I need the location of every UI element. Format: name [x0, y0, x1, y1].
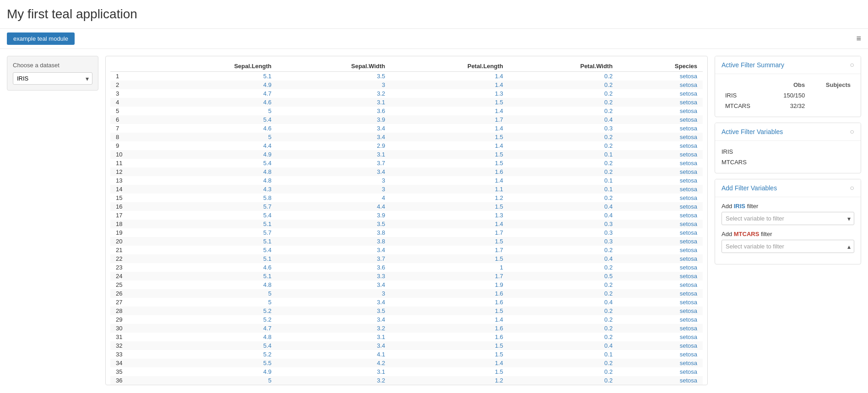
table-row: 254.83.41.90.2setosa: [110, 280, 703, 289]
left-panel: Choose a dataset IRIS MTCARS: [7, 56, 98, 385]
table-row: 74.63.41.40.3setosa: [110, 124, 703, 133]
table-row: 295.23.41.40.2setosa: [110, 315, 703, 324]
add-filter-variables-box: Add Filter Variables ○ Add IRIS filter S…: [715, 179, 861, 264]
iris-dataset-name: IRIS: [734, 203, 745, 210]
col-index: [110, 61, 155, 72]
col-petal-width: Petal.Width: [509, 61, 618, 72]
dataset-select-wrapper: IRIS MTCARS: [13, 72, 92, 85]
col-obs-header: Obs: [768, 80, 809, 90]
table-row: 325.43.41.50.4setosa: [110, 341, 703, 350]
filter-summary-row: MTCARS32/32: [722, 101, 854, 111]
active-filter-variables-body: IRIS MTCARS: [715, 141, 861, 173]
table-row: 215.43.41.70.2setosa: [110, 246, 703, 254]
active-filter-summary-collapse-icon[interactable]: ○: [850, 61, 854, 69]
table-body: 15.13.51.40.2setosa24.931.40.2setosa34.7…: [110, 72, 703, 386]
table-row: 15.13.51.40.2setosa: [110, 72, 703, 81]
table-row: 205.13.81.50.3setosa: [110, 237, 703, 246]
table-row: 124.83.41.60.2setosa: [110, 167, 703, 176]
mtcars-filter-select-wrapper: Select variable to filter: [722, 240, 854, 253]
active-filter-variables-header: Active Filter Variables ○: [715, 123, 861, 141]
active-filter-variables-collapse-icon[interactable]: ○: [850, 128, 854, 136]
iris-filter-select[interactable]: Select variable to filter: [722, 212, 854, 225]
table-row: 335.24.11.50.1setosa: [110, 350, 703, 359]
add-filter-variables-collapse-icon[interactable]: ○: [850, 184, 854, 192]
add-mtcars-filter-section: Add MTCARS filter Select variable to fil…: [722, 231, 854, 253]
table-row: 26531.60.2setosa: [110, 289, 703, 298]
table-row: 2753.41.60.4setosa: [110, 298, 703, 307]
nav-bar: example teal module ≡: [0, 28, 868, 49]
active-filter-summary-title: Active Filter Summary: [722, 61, 784, 69]
nav-tabs: example teal module: [7, 32, 75, 45]
app-title: My first teal application: [7, 7, 861, 22]
col-subjects-header: Subjects: [808, 80, 854, 90]
table-row: 245.13.31.70.5setosa: [110, 272, 703, 280]
data-table-panel: Sepal.Length Sepal.Width Petal.Length Pe…: [105, 56, 708, 385]
table-row: 175.43.91.30.4setosa: [110, 211, 703, 220]
iris-filter-select-wrapper: Select variable to filter: [722, 212, 854, 225]
table-row: 144.331.10.1setosa: [110, 185, 703, 194]
add-filter-variables-title: Add Filter Variables: [722, 184, 777, 192]
col-sepal-length: Sepal.Length: [155, 61, 277, 72]
choose-dataset-label: Choose a dataset: [13, 62, 92, 69]
dataset-select[interactable]: IRIS MTCARS: [13, 72, 92, 85]
add-filter-variables-header: Add Filter Variables ○: [715, 179, 861, 197]
table-row: 185.13.51.40.3setosa: [110, 220, 703, 228]
table-row: 314.83.11.60.2setosa: [110, 333, 703, 341]
mtcars-filter-select[interactable]: Select variable to filter: [722, 240, 854, 253]
table-row: 304.73.21.60.2setosa: [110, 324, 703, 333]
iris-data-table: Sepal.Length Sepal.Width Petal.Length Pe…: [110, 61, 703, 385]
col-species: Species: [618, 61, 703, 72]
active-filter-variables-title: Active Filter Variables: [722, 128, 783, 135]
table-row: 225.13.71.50.4setosa: [110, 254, 703, 263]
active-filter-summary-box: Active Filter Summary ○ Obs Subjects IRI…: [715, 56, 861, 117]
filter-var-iris: IRIS: [722, 146, 854, 157]
active-filter-variables-box: Active Filter Variables ○ IRIS MTCARS: [715, 123, 861, 173]
active-filter-summary-header: Active Filter Summary ○: [715, 56, 861, 74]
table-row: 65.43.91.70.4setosa: [110, 115, 703, 124]
table-row: 195.73.81.70.3setosa: [110, 228, 703, 237]
table-row: 375.53.51.30.2setosa: [110, 385, 703, 385]
table-row: 165.74.41.50.4setosa: [110, 202, 703, 211]
right-panel: Active Filter Summary ○ Obs Subjects IRI…: [715, 56, 861, 385]
add-iris-filter-section: Add IRIS filter Select variable to filte…: [722, 203, 854, 225]
table-row: 354.93.11.50.2setosa: [110, 367, 703, 376]
table-row: 34.73.21.30.2setosa: [110, 89, 703, 98]
table-row: 155.841.20.2setosa: [110, 194, 703, 202]
table-row: 3653.21.20.2setosa: [110, 376, 703, 385]
table-row: 285.23.51.50.2setosa: [110, 307, 703, 315]
filter-summary-rows: IRIS150/150MTCARS32/32: [722, 90, 854, 111]
add-mtcars-filter-label: Add MTCARS filter: [722, 231, 854, 237]
filter-summary-row: IRIS150/150: [722, 90, 854, 101]
table-header: Sepal.Length Sepal.Width Petal.Length Pe…: [110, 61, 703, 72]
table-row: 115.43.71.50.2setosa: [110, 159, 703, 167]
table-row: 853.41.50.2setosa: [110, 133, 703, 141]
example-teal-module-tab[interactable]: example teal module: [7, 32, 75, 45]
add-iris-filter-label: Add IRIS filter: [722, 203, 854, 210]
table-row: 345.54.21.40.2setosa: [110, 359, 703, 367]
table-row: 553.61.40.2setosa: [110, 107, 703, 115]
col-petal-length: Petal.Length: [391, 61, 509, 72]
main-layout: Choose a dataset IRIS MTCARS Sepal.Lengt…: [0, 49, 868, 392]
add-filter-variables-body: Add IRIS filter Select variable to filte…: [715, 197, 861, 264]
hamburger-menu-icon[interactable]: ≡: [856, 34, 861, 43]
active-filter-summary-body: Obs Subjects IRIS150/150MTCARS32/32: [715, 74, 861, 117]
mtcars-dataset-name: MTCARS: [734, 231, 760, 237]
table-row: 24.931.40.2setosa: [110, 81, 703, 89]
filter-var-mtcars: MTCARS: [722, 157, 854, 167]
table-row: 44.63.11.50.2setosa: [110, 98, 703, 107]
table-row: 234.63.610.2setosa: [110, 263, 703, 272]
col-sepal-width: Sepal.Width: [277, 61, 391, 72]
dataset-chooser-box: Choose a dataset IRIS MTCARS: [7, 56, 98, 91]
table-row: 104.93.11.50.1setosa: [110, 150, 703, 159]
filter-summary-table: Obs Subjects IRIS150/150MTCARS32/32: [722, 80, 854, 111]
table-row: 94.42.91.40.2setosa: [110, 141, 703, 150]
table-row: 134.831.40.1setosa: [110, 176, 703, 185]
